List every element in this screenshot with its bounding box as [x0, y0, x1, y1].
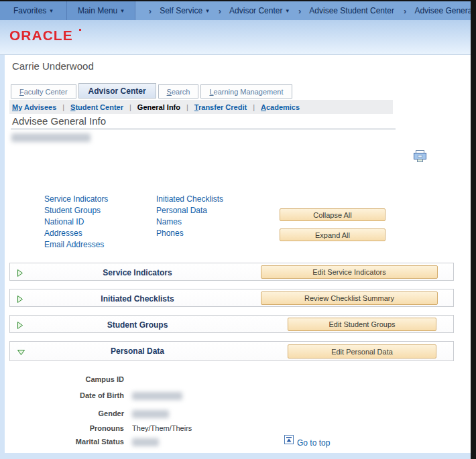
application-window: Favorites ▾ Main Menu ▾ › Self Service ▾… [0, 0, 476, 459]
field-label: Campus ID [10, 375, 124, 383]
list-item: Phones [156, 228, 223, 240]
list-item: Names [156, 217, 223, 228]
chevron-down-icon: ▾ [50, 7, 53, 14]
oracle-trademark-mark [79, 29, 81, 31]
field-label: Date of Birth [10, 391, 124, 399]
link-personal-data[interactable]: Personal Data [156, 206, 207, 215]
link-names[interactable]: Names [156, 217, 182, 226]
breadcrumb-chevron-icon: › [149, 6, 152, 16]
field-marital-status: Marital Status [10, 438, 159, 447]
subnav-separator: | [186, 103, 188, 111]
favorites-label: Favorites [13, 6, 46, 15]
section-title: Student Groups [10, 320, 265, 330]
tab-advisor-center[interactable]: Advisor Center [78, 83, 156, 99]
redacted-value [132, 392, 182, 400]
subnav-student-center[interactable]: Student Center [70, 103, 123, 111]
main-menu-label: Main Menu [78, 6, 117, 15]
top-navigation-bar: Favorites ▾ Main Menu ▾ › Self Service ▾… [0, 1, 471, 20]
tab-label: Learning Management [209, 88, 283, 96]
go-to-top-label: Go to top [297, 438, 330, 448]
list-item: Service Indicators [44, 194, 108, 206]
review-checklist-summary-button[interactable]: Review Checklist Summary [261, 291, 438, 305]
breadcrumb-chevron-icon: › [404, 6, 406, 16]
page-title: Advisee General Info [12, 115, 106, 127]
link-email-addresses[interactable]: Email Addresses [44, 240, 104, 249]
edit-service-indicators-button[interactable]: Edit Service Indicators [261, 265, 438, 279]
quick-links-column-1: Service Indicators Student Groups Nation… [44, 194, 108, 251]
field-label: Marital Status [10, 438, 124, 446]
list-item: Email Addresses [44, 240, 108, 251]
section-personal-data: Personal Data Edit Personal Data [9, 341, 454, 361]
link-student-groups[interactable]: Student Groups [44, 206, 101, 215]
bottom-frame-strip [0, 453, 471, 459]
advisor-name: Carrie Underwood [12, 60, 94, 72]
breadcrumb-self-service[interactable]: › Self Service ▾ [149, 6, 209, 16]
breadcrumb-label: Advisee Student Center [309, 6, 394, 15]
section-title: Service Indicators [10, 268, 265, 277]
printer-icon[interactable] [413, 150, 427, 163]
tab-faculty-center[interactable]: Faculty Center [11, 84, 76, 99]
field-label: Gender [10, 409, 124, 417]
field-campus-id: Campus ID [10, 375, 124, 385]
brand-band: ORACLE [0, 20, 471, 55]
redacted-value [132, 410, 169, 418]
favorites-menu[interactable]: Favorites ▾ [0, 1, 67, 20]
tab-search[interactable]: Search [158, 84, 199, 99]
breadcrumb-advisee-student-center[interactable]: › Advisee Student Center [298, 6, 394, 16]
section-student-groups: Student Groups Edit Student Groups [9, 315, 454, 333]
link-service-indicators[interactable]: Service Indicators [44, 194, 108, 204]
title-divider [11, 129, 396, 129]
breadcrumb-advisor-center[interactable]: › Advisor Center ▾ [219, 6, 289, 16]
list-item: Addresses [44, 228, 108, 240]
expand-all-button[interactable]: Expand All [280, 228, 385, 241]
breadcrumb-chevron-icon: › [219, 6, 221, 16]
list-item: Personal Data [156, 206, 223, 217]
left-frame-strip [0, 55, 5, 459]
chevron-down-icon: ▾ [206, 7, 209, 14]
tab-learning-management[interactable]: Learning Management [200, 84, 292, 99]
subnav-separator: | [129, 103, 131, 111]
oracle-logo: ORACLE [9, 29, 73, 44]
field-label: Pronouns [10, 424, 124, 432]
sub-navigation: My Advisees | Student Center | General I… [9, 100, 393, 114]
link-initiated-checklists[interactable]: Initiated Checklists [156, 194, 223, 204]
edit-student-groups-button[interactable]: Edit Student Groups [288, 318, 436, 331]
go-to-top-icon [284, 435, 294, 447]
subnav-separator: | [62, 103, 64, 111]
field-pronouns: Pronouns They/Them/Theirs [10, 424, 192, 434]
tab-label: Faculty Center [19, 88, 68, 96]
breadcrumb-label: Advisor Center [229, 6, 282, 15]
subnav-separator: | [253, 103, 255, 111]
subnav-general-info: General Info [137, 103, 180, 111]
main-menu[interactable]: Main Menu ▾ [67, 1, 135, 20]
section-title: Initiated Checklists [10, 294, 265, 304]
redacted-value [132, 438, 159, 446]
tab-label: Search [167, 88, 190, 96]
breadcrumb: › Self Service ▾ › Advisor Center ▾ › Ad… [135, 1, 476, 20]
subnav-academics[interactable]: Academics [261, 103, 300, 111]
link-national-id[interactable]: National ID [44, 217, 84, 226]
quick-links-column-2: Initiated Checklists Personal Data Names… [156, 194, 223, 240]
redacted-student-name [11, 133, 91, 142]
list-item: Student Groups [44, 206, 108, 217]
tab-label: Advisor Center [88, 86, 146, 96]
chevron-down-icon: ▾ [121, 7, 124, 14]
tab-bar: Faculty Center Advisor Center Search Lea… [11, 83, 294, 99]
breadcrumb-label: Advisee General Info [414, 6, 476, 15]
link-phones[interactable]: Phones [156, 228, 184, 238]
subnav-my-advisees[interactable]: My Advisees [12, 103, 56, 111]
section-title: Personal Data [10, 346, 265, 356]
link-addresses[interactable]: Addresses [44, 228, 82, 238]
section-initiated-checklists: Initiated Checklists Review Checklist Su… [9, 289, 454, 307]
list-item: National ID [44, 217, 108, 228]
edit-personal-data-button[interactable]: Edit Personal Data [288, 344, 436, 358]
chevron-down-icon: ▾ [286, 7, 289, 14]
field-value: They/Them/Theirs [132, 424, 192, 432]
collapse-all-button[interactable]: Collapse All [280, 208, 385, 221]
subnav-transfer-credit[interactable]: Transfer Credit [194, 103, 247, 111]
go-to-top-link[interactable]: Go to top [284, 435, 330, 448]
breadcrumb-label: Self Service [160, 6, 202, 15]
field-gender: Gender [10, 409, 169, 419]
breadcrumb-chevron-icon: › [298, 6, 301, 16]
breadcrumb-advisee-general-info[interactable]: › Advisee General Info [404, 6, 476, 16]
